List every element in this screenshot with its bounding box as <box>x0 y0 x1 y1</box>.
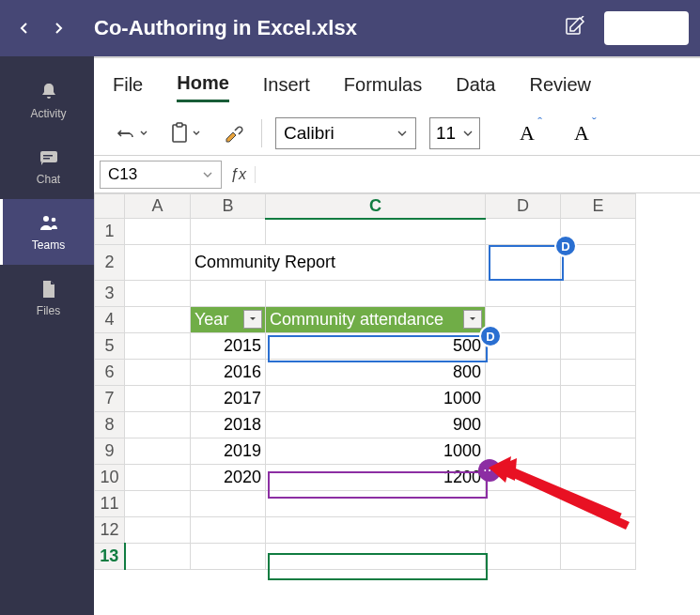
edit-icon <box>565 16 585 37</box>
tab-home[interactable]: Home <box>177 67 229 102</box>
row-header[interactable]: 11 <box>95 491 125 517</box>
ribbon-tabs: File Home Insert Formulas Data Review <box>94 58 700 111</box>
row-header[interactable]: 2 <box>95 245 125 281</box>
paintbrush-icon <box>222 122 244 145</box>
rail-activity[interactable]: Activity <box>0 68 94 133</box>
rail-teams[interactable]: Teams <box>0 199 94 265</box>
svg-point-5 <box>51 218 55 223</box>
svg-rect-2 <box>43 155 53 157</box>
col-header-e[interactable]: E <box>561 194 636 219</box>
files-icon <box>38 278 60 300</box>
cell[interactable]: 2019 <box>191 438 266 465</box>
font-size-select[interactable]: 11 <box>429 117 480 149</box>
rail-label: Chat <box>37 173 60 186</box>
report-title-cell[interactable]: Community Report <box>191 245 486 281</box>
excel-workspace: File Home Insert Formulas Data Review Ca… <box>94 56 700 615</box>
clipboard-icon <box>169 122 190 145</box>
chevron-down-icon <box>462 128 474 139</box>
side-rail: Activity Chat Teams Files <box>0 56 94 615</box>
cell[interactable]: 900 <box>266 412 486 438</box>
formula-bar-row: C13 ƒx <box>94 156 700 193</box>
row-header[interactable]: 4 <box>95 307 125 333</box>
nav-forward-button[interactable] <box>45 15 71 41</box>
chevron-down-icon <box>202 169 213 180</box>
cell[interactable]: 2016 <box>191 360 266 386</box>
format-painter-button[interactable] <box>218 118 248 148</box>
tab-insert[interactable]: Insert <box>263 69 310 101</box>
chevron-down-icon <box>397 128 408 139</box>
row-header[interactable]: 12 <box>95 517 125 544</box>
rail-label: Files <box>37 304 60 317</box>
search-input[interactable] <box>604 11 689 45</box>
row-header[interactable]: 10 <box>95 465 125 491</box>
cell[interactable]: 500 <box>266 333 486 360</box>
cell[interactable]: 2020 <box>191 465 266 491</box>
chevron-left-icon <box>18 22 31 35</box>
filter-button[interactable] <box>463 310 482 329</box>
comment-indicator[interactable]: ⋯ <box>478 459 501 482</box>
col-header-b[interactable]: B <box>191 194 266 219</box>
undo-button[interactable] <box>113 119 152 147</box>
tab-file[interactable]: File <box>113 69 143 101</box>
col-header-a[interactable]: A <box>125 194 191 219</box>
nav-back-button[interactable] <box>11 15 38 41</box>
file-name: Co-Authoring in Excel.xlsx <box>94 16 565 40</box>
row-header[interactable]: 7 <box>95 386 125 412</box>
cell[interactable]: 800 <box>266 360 486 386</box>
increase-font-size-button[interactable]: A <box>520 121 535 146</box>
svg-rect-7 <box>177 123 182 127</box>
row-header[interactable]: 5 <box>95 333 125 360</box>
svg-point-4 <box>43 216 49 222</box>
name-box-value: C13 <box>108 165 137 184</box>
divider <box>261 119 262 147</box>
tab-review[interactable]: Review <box>529 69 591 101</box>
tab-formulas[interactable]: Formulas <box>344 69 422 101</box>
row-header[interactable]: 8 <box>95 412 125 438</box>
ribbon-tools: Calibri 11 A A <box>94 111 700 156</box>
edit-button[interactable] <box>565 16 585 40</box>
row-header[interactable]: 3 <box>95 281 125 307</box>
chat-icon <box>38 146 60 169</box>
formula-bar[interactable] <box>261 161 700 189</box>
cell[interactable]: 1000 <box>266 438 486 465</box>
cell[interactable]: 2015 <box>191 333 266 360</box>
svg-rect-3 <box>43 158 50 160</box>
row-header[interactable]: 1 <box>95 219 125 245</box>
row-header[interactable]: 6 <box>95 360 125 386</box>
cell[interactable]: 2018 <box>191 412 266 438</box>
chevron-down-icon <box>139 129 148 138</box>
presence-badge[interactable]: D <box>479 325 502 347</box>
table-header-year[interactable]: Year <box>191 307 266 333</box>
cell[interactable]: 2017 <box>191 386 266 412</box>
row-header[interactable]: 9 <box>95 438 125 465</box>
rail-chat[interactable]: Chat <box>0 133 94 199</box>
cell[interactable]: 1000 <box>266 386 486 412</box>
undo-icon <box>117 123 137 144</box>
spreadsheet-grid[interactable]: A B C D E 1 2Community Report 3 4 Year C… <box>94 193 700 615</box>
header-text: Year <box>194 310 228 329</box>
svg-rect-1 <box>40 151 57 162</box>
fx-label: ƒx <box>227 166 256 183</box>
header-text: Community attendance <box>270 310 443 329</box>
select-all-corner[interactable] <box>95 194 125 219</box>
row-header[interactable]: 13 <box>95 544 125 570</box>
font-name-select[interactable]: Calibri <box>275 117 416 149</box>
filter-button[interactable] <box>243 310 262 329</box>
tab-data[interactable]: Data <box>456 69 495 101</box>
paste-button[interactable] <box>165 118 205 148</box>
teams-icon <box>38 212 60 235</box>
chevron-down-icon <box>192 129 201 138</box>
cell[interactable]: 1200 <box>266 465 486 491</box>
font-size-value: 11 <box>436 123 456 144</box>
col-header-d[interactable]: D <box>486 194 561 219</box>
font-name-value: Calibri <box>284 123 334 144</box>
table-header-attendance[interactable]: Community attendance <box>266 307 486 333</box>
chevron-right-icon <box>52 22 65 35</box>
decrease-font-size-button[interactable]: A <box>574 121 589 146</box>
name-box[interactable]: C13 <box>100 161 222 189</box>
bell-icon <box>38 81 60 103</box>
filter-arrow-icon <box>468 315 477 324</box>
col-header-c[interactable]: C <box>266 194 486 219</box>
rail-files[interactable]: Files <box>0 265 94 331</box>
presence-badge[interactable]: D <box>554 235 577 257</box>
